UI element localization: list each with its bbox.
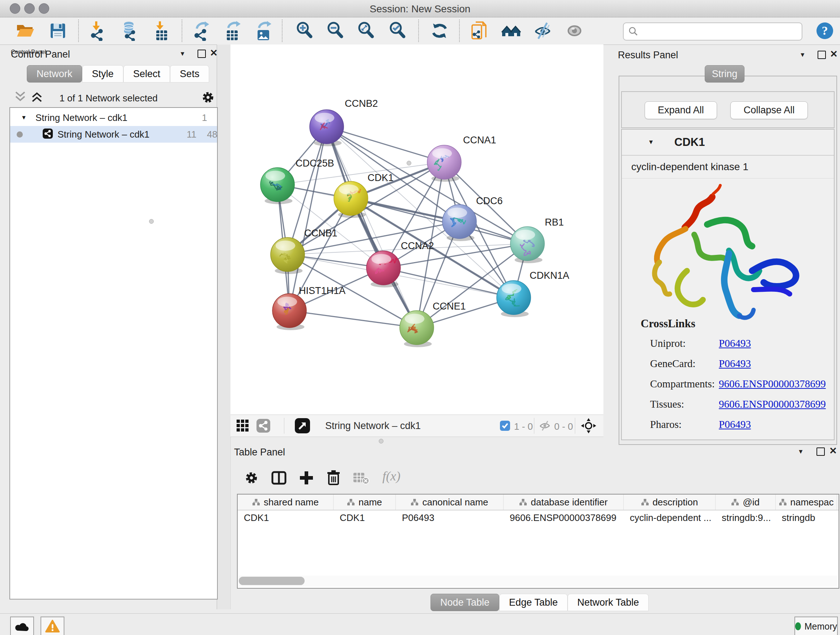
- show-columns-icon[interactable]: [271, 470, 287, 487]
- column-header-description[interactable]: description: [624, 494, 715, 510]
- tree-expand-arrow-icon[interactable]: ▼: [21, 114, 27, 121]
- search-input[interactable]: [642, 26, 802, 37]
- scrollbar-thumb[interactable]: [239, 577, 305, 585]
- show-panels-eye-icon[interactable]: [564, 21, 584, 41]
- network-node-CDC25B[interactable]: CDC25B: [261, 158, 334, 204]
- close-panel-icon[interactable]: ✕: [830, 49, 838, 60]
- expand-all-tree-icon[interactable]: [30, 91, 43, 105]
- network-node-CDKN1A[interactable]: CDKN1A: [497, 270, 569, 317]
- zoom-out-icon[interactable]: [325, 21, 346, 41]
- tab-network[interactable]: Network: [27, 65, 82, 82]
- open-view-external-icon[interactable]: [295, 418, 310, 435]
- collapse-panel-icon[interactable]: ▼: [798, 448, 804, 455]
- cloud-button[interactable]: [10, 616, 34, 635]
- column-header-@id[interactable]: @id: [715, 494, 775, 510]
- network-edge[interactable]: [327, 127, 444, 162]
- table-cell[interactable]: stringdb:9...: [715, 510, 775, 525]
- table-options-gear-icon[interactable]: [243, 470, 259, 487]
- splitter-handle-dot[interactable]: [149, 219, 154, 224]
- close-panel-icon[interactable]: ✕: [210, 48, 218, 59]
- network-edge[interactable]: [384, 268, 514, 298]
- search-field[interactable]: [623, 22, 802, 41]
- close-panel-icon[interactable]: ✕: [829, 445, 837, 456]
- delete-table-icon[interactable]: [353, 471, 369, 486]
- birdseye-navigator-icon[interactable]: [581, 418, 597, 435]
- collapse-panel-icon[interactable]: ▼: [799, 51, 806, 59]
- grid-view-icon[interactable]: [236, 419, 249, 434]
- float-panel-icon[interactable]: [816, 448, 825, 456]
- tab-edge-table[interactable]: Edge Table: [499, 594, 568, 611]
- network-row-selected[interactable]: String Network – cdk1 11 48: [10, 126, 217, 143]
- network-node-CDC6[interactable]: CDC6: [442, 195, 503, 241]
- network-options-gear-icon[interactable]: [201, 90, 216, 106]
- network-node-CCNA1[interactable]: CCNA1: [427, 135, 496, 182]
- crosslink-link[interactable]: 9606.ENSP00000378699: [719, 398, 826, 410]
- network-node-HIST1H1A[interactable]: HIST1H1A: [272, 285, 346, 330]
- column-header-canonical-name[interactable]: canonical name: [396, 494, 504, 510]
- hide-panels-eye-slash-icon[interactable]: [532, 21, 553, 41]
- export-table-icon[interactable]: [223, 21, 243, 41]
- gene-header-row[interactable]: ▼ CDK1: [622, 130, 834, 156]
- export-network-icon[interactable]: [192, 21, 212, 41]
- save-session-icon[interactable]: [48, 21, 68, 41]
- zoom-fit-icon[interactable]: [356, 21, 377, 41]
- table-row[interactable]: CDK1CDK1P064939606.ENSP00000378699cyclin…: [238, 510, 838, 525]
- memory-button[interactable]: Memory: [794, 616, 838, 635]
- import-network-database-icon[interactable]: [119, 21, 140, 41]
- collapse-section-icon[interactable]: ▼: [648, 139, 654, 146]
- expand-all-button[interactable]: Expand All: [645, 101, 717, 119]
- network-node-CDK1[interactable]: CDK1: [334, 172, 393, 218]
- tab-string[interactable]: String: [705, 65, 745, 82]
- export-image-icon[interactable]: [254, 21, 274, 41]
- table-cell[interactable]: P06493: [396, 510, 504, 525]
- table-cell[interactable]: cyclin-dependent ...: [624, 510, 715, 525]
- column-header-database-identifier[interactable]: database identifier: [504, 494, 624, 510]
- splitter-handle-dot[interactable]: [379, 439, 384, 443]
- zoom-in-icon[interactable]: [295, 21, 315, 41]
- crosslink-link[interactable]: P06493: [719, 418, 751, 431]
- collapse-all-tree-icon[interactable]: [14, 91, 27, 105]
- table-cell[interactable]: 9606.ENSP00000378699: [504, 510, 624, 525]
- float-panel-icon[interactable]: [197, 50, 206, 58]
- control-panel-splitter[interactable]: [217, 44, 231, 609]
- tab-node-table[interactable]: Node Table: [431, 594, 499, 611]
- column-header-namespac[interactable]: namespac: [775, 494, 837, 510]
- column-header-name[interactable]: name: [333, 494, 396, 510]
- tab-sets[interactable]: Sets: [170, 65, 209, 82]
- delete-column-trash-icon[interactable]: [325, 469, 342, 487]
- import-table-icon[interactable]: [152, 21, 172, 41]
- zoom-selected-icon[interactable]: [388, 21, 408, 41]
- network-node-CCNB1[interactable]: CCNB1: [271, 228, 338, 274]
- tab-network-table[interactable]: Network Table: [568, 594, 649, 611]
- collapse-panel-icon[interactable]: ▼: [180, 50, 186, 57]
- crosslink-link[interactable]: 9606.ENSP00000378699: [719, 378, 826, 390]
- table-cell[interactable]: stringdb: [775, 510, 837, 525]
- import-network-file-icon[interactable]: [88, 21, 109, 41]
- home-icon[interactable]: [501, 21, 521, 41]
- network-share-icon[interactable]: [256, 419, 270, 434]
- table-horizontal-scrollbar[interactable]: [238, 576, 837, 586]
- crosslink-link[interactable]: P06493: [719, 337, 751, 349]
- column-header-shared-name[interactable]: shared name: [238, 494, 333, 510]
- tab-select[interactable]: Select: [123, 65, 170, 82]
- table-cell[interactable]: CDK1: [333, 510, 396, 525]
- crosslink-link[interactable]: P06493: [719, 358, 751, 370]
- network-edge[interactable]: [327, 127, 417, 328]
- network-node-RB1[interactable]: RB1: [510, 217, 564, 263]
- hidden-eye-slash-icon[interactable]: [538, 420, 551, 432]
- float-panel-icon[interactable]: [818, 51, 826, 59]
- selected-checkbox-icon[interactable]: [500, 421, 510, 432]
- help-icon[interactable]: ?: [815, 21, 835, 41]
- clone-network-icon[interactable]: [469, 21, 489, 41]
- network-canvas[interactable]: CCNB2CCNA1CDC25BCDK1CDC6RB1CCNB1CCNA2CDK…: [231, 44, 603, 415]
- network-collection-row[interactable]: ▼ String Network – cdk1 1: [10, 109, 217, 126]
- table-cell[interactable]: CDK1: [238, 510, 333, 525]
- tab-style[interactable]: Style: [82, 65, 123, 82]
- network-edge[interactable]: [289, 310, 417, 328]
- open-session-icon[interactable]: [15, 21, 35, 41]
- collapse-all-button[interactable]: Collapse All: [730, 101, 808, 119]
- add-column-icon[interactable]: [298, 470, 314, 487]
- network-node-CCNE1[interactable]: CCNE1: [400, 301, 466, 347]
- splitter-handle-dot[interactable]: [407, 161, 411, 165]
- refresh-icon[interactable]: [429, 21, 450, 41]
